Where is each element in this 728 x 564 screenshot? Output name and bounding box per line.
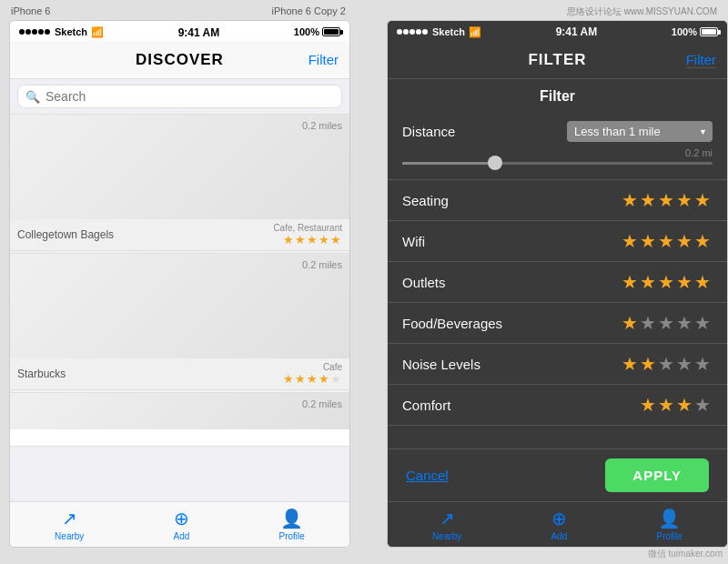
battery-area: 100% [294,26,340,37]
rating-stars: ★★★★★ [283,233,342,247]
signal-dot [403,29,409,35]
signal-dot [45,29,50,35]
discover-title: DISCOVER [136,51,224,69]
tab-profile[interactable]: 👤 Profile [279,508,305,541]
watermark2: 微信 tuimaker.com [648,548,723,560]
distance-select[interactable]: Less than 1 mile Less than 5 miles Less … [567,121,713,142]
carrier-name: Sketch [55,26,87,37]
search-input-wrap[interactable]: 🔍 [17,85,342,108]
filter-section-title: Filter [388,79,727,112]
profile-icon: 👤 [280,508,303,529]
add-icon: ⊕ [174,508,189,529]
wifi-stars: ★★★★★ [622,230,713,252]
distance-select-wrap[interactable]: Less than 1 mile Less than 5 miles Less … [567,121,713,142]
tab-profile-2[interactable]: 👤 Profile [657,508,682,541]
filter-row-noise[interactable]: Noise Levels ★★★★★ [388,344,727,385]
signal-dot [19,29,25,35]
seating-label: Seating [402,193,449,208]
signal-dot [422,29,428,35]
phone1: Sketch 📶 9:41 AM 100% DISCOVER Filter [9,20,350,548]
place-name: Starbucks [17,368,66,380]
filter-button-2[interactable]: Filter [686,52,716,68]
filter-panel: Filter Distance Less than 1 mile Less th… [388,79,727,448]
table-row[interactable]: 0.2 miles Collegetown Bagels Cafe, Resta… [10,114,349,251]
filter-row-outlets[interactable]: Outlets ★★★★★ [388,262,727,303]
card-footer: Collegetown Bagels Cafe, Restaurant ★★★★… [10,219,349,250]
time-display: 9:41 AM [169,22,229,42]
noise-stars: ★★★★★ [622,353,713,375]
comfort-stars: ★★★★ [640,394,713,416]
battery-area-2: 100% [672,26,718,37]
carrier-name-2: Sketch [432,26,465,37]
filter-row-food[interactable]: Food/Beverages ★★★★★ [388,303,727,344]
add-label: Add [174,531,190,541]
food-stars: ★★★★★ [622,312,713,334]
filter-row-wifi[interactable]: Wifi ★★★★★ [388,221,727,262]
distance-label: 0.2 miles [302,398,342,409]
distance-label: 0.2 miles [302,259,342,270]
distance-value-label: 0.2 mi [685,147,713,158]
search-icon: 🔍 [25,90,40,104]
outlets-stars: ★★★★★ [622,271,713,293]
tab-nearby[interactable]: ↗ Nearby [55,508,84,541]
battery-icon [322,27,340,36]
wifi-icon-2: 📶 [469,26,481,38]
filter-button-1[interactable]: Filter [308,52,339,67]
search-bar: 🔍 [10,79,349,114]
status-bar-1: Sketch 📶 9:41 AM 100% [10,21,349,41]
battery-pct-2: 100% [672,26,697,37]
food-label: Food/Beverages [402,316,502,331]
battery-icon-2 [700,27,718,36]
cancel-button[interactable]: Cancel [406,468,449,483]
nav-bar-2: FILTER Filter [388,41,727,79]
card-image: 0.2 miles [10,254,349,358]
distance-label: 0.2 miles [302,120,342,131]
nearby-icon-2: ↗ [440,508,455,529]
card-footer: Starbucks Cafe ★★★★★ [10,358,349,389]
phone1-label: iPhone 6 [11,5,50,18]
nav-bar-1: DISCOVER Filter [10,41,349,79]
tab-bar-2: ↗ Nearby ⊕ Add 👤 Profile [388,501,727,547]
profile-label-2: Profile [657,531,682,541]
category-label: Cafe, Restaurant [273,223,342,233]
profile-label: Profile [279,531,305,541]
nearby-icon: ↗ [62,508,77,529]
place-name: Collegetown Bagels [17,228,114,241]
add-icon-2: ⊕ [551,508,567,529]
profile-icon-2: 👤 [658,508,681,529]
table-row[interactable]: 0.2 miles [10,392,349,447]
noise-label: Noise Levels [402,357,480,372]
distance-slider-track[interactable] [402,162,713,165]
table-row[interactable]: 0.2 miles Starbucks Cafe ★★★★★ [10,253,349,390]
card-image: 0.2 miles [10,115,349,219]
apply-button[interactable]: APPLY [605,458,709,492]
watermark: 思络设计论坛 www.MISSYUAN.COM [567,5,717,18]
signal-dot [32,29,37,35]
distance-slider-thumb[interactable] [488,156,502,170]
filter-title: FILTER [528,51,586,69]
signal-dot [38,29,44,35]
nearby-label-2: Nearby [432,531,461,541]
card-list: 0.2 miles Collegetown Bagels Cafe, Resta… [10,114,349,501]
phone2-label: iPhone 6 Copy 2 [272,5,346,18]
signal-dot [416,29,421,35]
search-input[interactable] [46,89,334,104]
filter-bottom-bar: Cancel APPLY [388,448,727,501]
status-bar-2: Sketch 📶 9:41 AM 100% [388,21,727,41]
signal-dot [25,29,31,35]
seating-stars: ★★★★★ [622,189,713,211]
time-display-2: 9:41 AM [556,25,598,38]
filter-row-comfort[interactable]: Comfort ★★★★ [388,385,727,426]
add-label-2: Add [551,531,568,541]
tab-add-2[interactable]: ⊕ Add [551,508,568,541]
signal-dot [397,29,402,35]
tab-add[interactable]: ⊕ Add [174,508,190,541]
wifi-icon: 📶 [91,26,104,38]
filter-row-seating[interactable]: Seating ★★★★★ [388,180,727,221]
signal-dot [410,29,415,35]
comfort-label: Comfort [402,398,450,413]
nearby-label: Nearby [55,531,84,541]
tab-nearby-2[interactable]: ↗ Nearby [432,508,461,541]
phone2: Sketch 📶 9:41 AM 100% FILTER Filter Filt [387,20,728,548]
wifi-label: Wifi [402,234,425,249]
